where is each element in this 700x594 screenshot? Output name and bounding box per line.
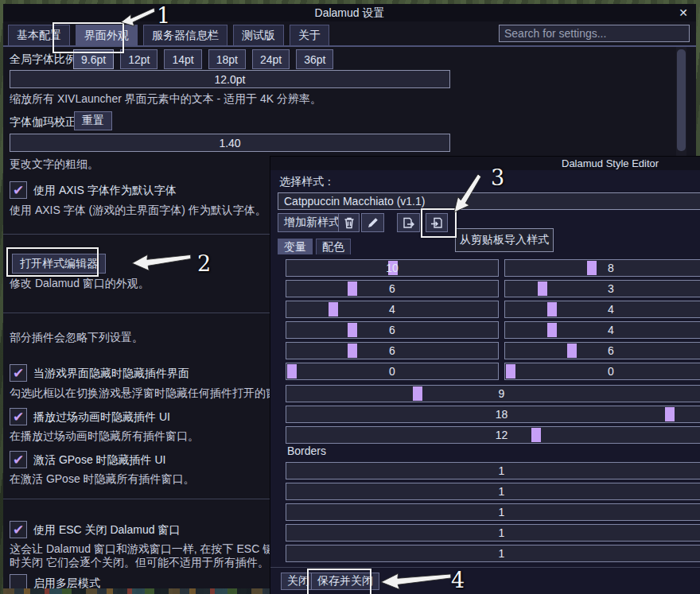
annotation-box-save [307, 569, 371, 594]
axis-font-checkbox-description: 使用 AXIS 字体 (游戏的主界面字体) 作为默认字体。 [10, 204, 266, 218]
var-slider-wide0-value: 9 [286, 386, 700, 402]
annotation-box-import [421, 208, 457, 238]
style-section-description: 修改 Dalamud 窗口的外观。 [10, 277, 150, 291]
hide-ui-in-gpose-checkbox-label: 激活 GPose 时隐藏插件 UI [33, 453, 165, 468]
close-with-esc-checkbox[interactable]: ✔ [10, 521, 27, 538]
select-style-label: 选择样式： [279, 175, 335, 189]
var-slider-l5[interactable]: 0 [286, 363, 499, 380]
hide-ui-when-game-ui-hidden-checkbox[interactable]: ✔ [10, 364, 27, 382]
annotation-box-style-editor-button [6, 247, 99, 277]
var-slider-wide1-value: 18 [286, 406, 700, 422]
hide-ui-in-gpose-checkbox[interactable]: ✔ [10, 451, 27, 468]
font-gamma-slider[interactable]: 1.40 [10, 134, 450, 152]
close-with-esc-checkbox-description: 这会让 Dalamud 窗口和游戏窗口一样, 在按下 ESC 键时关闭 它们会逐… [10, 542, 275, 569]
hide-ui-when-game-ui-hidden-checkbox-description: 勾选此框以在切换游戏悬浮窗时隐藏任何插件打开的窗口。 [10, 386, 299, 401]
font-preset-18pt[interactable]: 18pt [208, 49, 246, 69]
font-preset-14pt[interactable]: 14pt [164, 49, 201, 69]
var-slider-l3[interactable]: 6 [286, 321, 499, 339]
var-slider-r5[interactable]: 0 [504, 363, 700, 380]
var-slider-wide2-value: 12 [286, 427, 700, 443]
font-scale-slider[interactable]: 12.0pt [10, 70, 450, 88]
border-slider4-value: 1 [286, 545, 700, 561]
tab-about[interactable]: 关于 [290, 25, 329, 45]
var-slider-r1-value: 3 [505, 281, 700, 297]
font-gamma-description: 更改文字的粗细。 [10, 157, 99, 172]
var-slider-l1[interactable]: 6 [286, 280, 499, 297]
border-slider0-value: 1 [286, 463, 700, 479]
var-slider-r1[interactable]: 3 [504, 280, 700, 297]
game-hotbar-strip [3, 588, 270, 594]
var-slider-r3[interactable]: 4 [504, 321, 700, 339]
var-slider-r3-value: 4 [505, 322, 700, 338]
annotation-number-1: 1 [157, 3, 170, 28]
hide-ui-in-cutscenes-checkbox-description: 在播放过场动画时隐藏所有插件窗口。 [10, 429, 199, 444]
var-slider-r4-value: 6 [505, 343, 700, 359]
multi-layer-mode-checkbox-label: 启用多层模式 [33, 577, 100, 588]
var-slider-r0[interactable]: 8 [504, 259, 700, 277]
border-slider2[interactable]: 1 [286, 503, 700, 521]
annotation-number-2: 2 [197, 251, 211, 276]
var-slider-l0[interactable]: 10 [286, 259, 499, 277]
border-slider2-value: 1 [286, 504, 700, 520]
search-input[interactable] [499, 25, 690, 42]
font-gamma-label: 字体伽玛校正 [10, 115, 76, 130]
style-select-combo[interactable]: Catppuccin Macchiato (v1.1) [278, 192, 700, 210]
var-slider-l5-value: 0 [286, 363, 498, 379]
var-slider-l4-value: 6 [286, 343, 498, 359]
var-slider-wide0[interactable]: 9 [286, 385, 700, 402]
var-slider-l4[interactable]: 6 [286, 342, 499, 359]
borders-header: Borders [287, 445, 326, 457]
var-slider-l1-value: 6 [286, 281, 498, 297]
hide-ui-in-gpose-checkbox-description: 在激活 GPose 时隐藏所有插件窗口。 [10, 472, 195, 487]
editor-tab-bar: 变量配色 [278, 239, 351, 254]
plugin-note: 部分插件会忽略下列设置。 [10, 331, 143, 345]
settings-title: Dalamud 设置 [3, 4, 696, 21]
font-scale-slider-value: 12.0pt [215, 73, 246, 86]
axis-font-checkbox[interactable]: ✔ [10, 181, 27, 199]
var-slider-l2-value: 4 [286, 301, 498, 317]
var-slider-wide1[interactable]: 18 [286, 406, 700, 423]
style-select-value: Catppuccin Macchiato (v1.1) [284, 195, 425, 208]
pencil-icon[interactable] [361, 213, 384, 232]
border-slider4[interactable]: 1 [286, 545, 700, 562]
var-slider-r4[interactable]: 6 [504, 342, 700, 359]
multi-layer-mode-checkbox[interactable] [10, 574, 27, 588]
font-preset-12pt[interactable]: 12pt [120, 49, 158, 69]
editor-tab-colors[interactable]: 配色 [316, 239, 351, 254]
hide-ui-when-game-ui-hidden-checkbox-label: 当游戏界面隐藏时隐藏插件界面 [33, 367, 189, 381]
global-font-scale-label: 全局字体比例 [10, 52, 76, 67]
editor-titlebar[interactable]: Dalamud Style Editor [270, 157, 700, 170]
var-slider-l2[interactable]: 4 [286, 301, 499, 318]
hide-ui-in-cutscenes-checkbox-label: 播放过场动画时隐藏插件 UI [33, 410, 170, 425]
var-slider-r2[interactable]: 4 [504, 301, 700, 318]
close-icon[interactable]: ✕ [679, 4, 688, 21]
hide-ui-in-cutscenes-checkbox[interactable]: ✔ [10, 408, 27, 425]
editor-tab-variables[interactable]: 变量 [278, 239, 313, 254]
style-editor-window: Dalamud Style Editor 选择样式： Catppuccin Ma… [270, 156, 700, 594]
var-slider-r2-value: 4 [505, 301, 700, 317]
add-style-button[interactable]: 增加新样式 [278, 213, 346, 232]
settings-titlebar[interactable]: Dalamud 设置 ✕ [3, 4, 696, 21]
export-to-clipboard-icon[interactable] [397, 213, 420, 232]
var-slider-l3-value: 6 [286, 322, 498, 338]
annotation-box-tab [52, 22, 124, 53]
editor-title: Dalamud Style Editor [562, 157, 659, 170]
font-preset-36pt[interactable]: 36pt [296, 49, 333, 69]
var-slider-r5-value: 0 [505, 363, 700, 379]
annotation-number-4: 4 [451, 568, 465, 592]
settings-scrollbar-thumb[interactable] [677, 49, 686, 151]
border-slider0[interactable]: 1 [286, 462, 700, 479]
gamma-reset-button[interactable]: 重置 [74, 111, 112, 130]
trash-icon[interactable] [338, 213, 360, 232]
var-slider-r0-value: 8 [505, 260, 700, 276]
tab-experimental[interactable]: 测试版 [233, 25, 284, 45]
border-slider1[interactable]: 1 [286, 483, 700, 500]
close-with-esc-checkbox-label: 使用 ESC 关闭 Dalamud 窗口 [33, 523, 180, 538]
border-slider3[interactable]: 1 [286, 524, 700, 542]
border-slider3-value: 1 [286, 525, 700, 541]
tab-server-info-bar[interactable]: 服务器信息栏 [143, 25, 228, 45]
import-tooltip: 从剪贴板导入样式 [455, 228, 554, 252]
font-preset-24pt[interactable]: 24pt [252, 49, 290, 69]
var-slider-wide2[interactable]: 12 [286, 426, 700, 444]
font-scale-description: 缩放所有 XIVLauncher 界面元素中的文本 - 适用于 4K 分辨率。 [10, 92, 321, 107]
